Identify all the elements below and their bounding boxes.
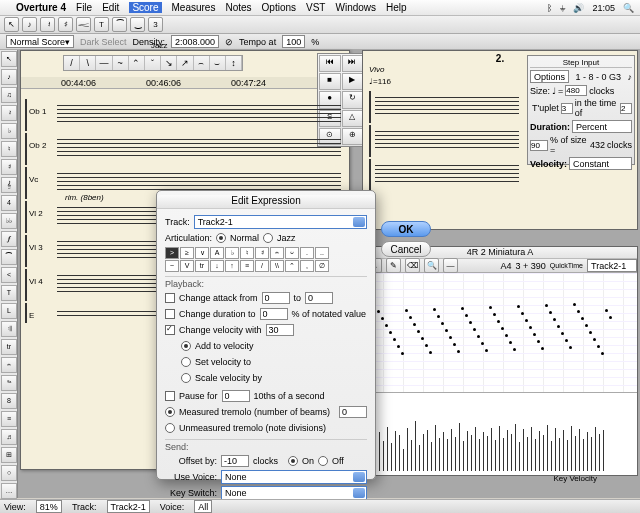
- articulation-cell[interactable]: tr: [195, 260, 209, 272]
- midi-note[interactable]: [565, 339, 568, 342]
- attack-from[interactable]: [262, 292, 290, 304]
- velocity-bar[interactable]: [591, 437, 592, 471]
- articulation-cell[interactable]: \\: [270, 260, 284, 272]
- midi-note[interactable]: [553, 318, 556, 321]
- velocity-bar[interactable]: [499, 426, 500, 471]
- palette-flat[interactable]: ♭: [1, 123, 17, 139]
- art-tool[interactable]: ~: [113, 56, 129, 70]
- duration-check[interactable]: [165, 309, 175, 319]
- midi-note[interactable]: [505, 334, 508, 337]
- artic-normal-radio[interactable]: [216, 233, 226, 243]
- velocity-lane[interactable]: Key Velocity: [363, 393, 637, 473]
- midi-note[interactable]: [377, 310, 380, 313]
- midi-note[interactable]: [541, 347, 544, 350]
- palette-sharp[interactable]: ♯: [1, 159, 17, 175]
- articulation-cell[interactable]: ,: [300, 260, 314, 272]
- velocity-bar[interactable]: [579, 429, 580, 471]
- articulation-cell[interactable]: ♭: [225, 247, 239, 259]
- transport-stop[interactable]: ■: [319, 73, 341, 90]
- velocity-bar[interactable]: [575, 436, 576, 471]
- midi-note[interactable]: [485, 349, 488, 352]
- velocity-bar[interactable]: [543, 435, 544, 471]
- midi-note[interactable]: [461, 307, 464, 310]
- palette-clef[interactable]: 𝄞: [1, 177, 17, 193]
- midi-note[interactable]: [429, 351, 432, 354]
- midi-note[interactable]: [477, 335, 480, 338]
- velocity-bar[interactable]: [527, 437, 528, 471]
- velocity-bar[interactable]: [407, 428, 408, 471]
- score-mode-select[interactable]: Normal Score ▾: [6, 35, 74, 48]
- midi-tool-erase[interactable]: ⌫: [405, 258, 420, 273]
- articulation-cell[interactable]: ♯: [255, 247, 269, 259]
- art-tool[interactable]: \: [80, 56, 96, 70]
- palette-ornament[interactable]: tr: [1, 339, 17, 355]
- velocity-bar[interactable]: [547, 425, 548, 471]
- midi-note[interactable]: [389, 331, 392, 334]
- midi-note[interactable]: [481, 342, 484, 345]
- articulation-cell[interactable]: V: [180, 260, 194, 272]
- velocity-bar[interactable]: [403, 449, 404, 471]
- midi-note[interactable]: [513, 348, 516, 351]
- midi-note[interactable]: [533, 333, 536, 336]
- velocity-bar[interactable]: [391, 443, 392, 471]
- palette-misc[interactable]: …: [1, 483, 17, 499]
- midi-note[interactable]: [537, 340, 540, 343]
- midi-note[interactable]: [589, 331, 592, 334]
- palette-dynamic[interactable]: 𝆑: [1, 231, 17, 247]
- palette-hairpin[interactable]: <: [1, 267, 17, 283]
- volume-icon[interactable]: 🔊: [573, 3, 584, 13]
- velocity-bar[interactable]: [491, 428, 492, 471]
- velocity-bar[interactable]: [503, 438, 504, 471]
- vel-scale-radio[interactable]: [181, 373, 191, 383]
- velocity-bar[interactable]: [379, 432, 380, 471]
- velocity-bar[interactable]: [383, 441, 384, 471]
- trem-val[interactable]: [339, 406, 367, 418]
- vel-add-radio[interactable]: [181, 341, 191, 351]
- tool-tie[interactable]: ‿: [130, 17, 145, 32]
- articulation-cell[interactable]: ..: [315, 247, 329, 259]
- menu-measures[interactable]: Measures: [172, 2, 216, 13]
- midi-note[interactable]: [409, 316, 412, 319]
- tuplet-b[interactable]: [620, 103, 632, 114]
- velocity-bar[interactable]: [571, 426, 572, 471]
- velocity-bar[interactable]: [475, 427, 476, 471]
- velocity-bar[interactable]: [467, 431, 468, 471]
- pause-check[interactable]: [165, 391, 175, 401]
- tool-slur[interactable]: ⁀: [112, 17, 127, 32]
- articulation-cell[interactable]: ⌃: [285, 260, 299, 272]
- articulation-cell[interactable]: >: [165, 247, 179, 259]
- midi-note[interactable]: [489, 306, 492, 309]
- midi-note[interactable]: [593, 338, 596, 341]
- tempo-value[interactable]: 100: [282, 35, 305, 48]
- art-tool[interactable]: /: [64, 56, 80, 70]
- midi-note[interactable]: [425, 344, 428, 347]
- palette-chord[interactable]: ♫: [1, 87, 17, 103]
- midi-note[interactable]: [501, 327, 504, 330]
- art-tool[interactable]: ⌢: [194, 56, 210, 70]
- midi-note[interactable]: [381, 317, 384, 320]
- pause-val[interactable]: [222, 390, 250, 402]
- size-input[interactable]: [565, 85, 587, 96]
- palette-pedal[interactable]: 𝆮: [1, 375, 17, 391]
- piano-roll[interactable]: [363, 273, 637, 393]
- velocity-bar[interactable]: [567, 440, 568, 471]
- palette-slur[interactable]: ⁀: [1, 249, 17, 265]
- midi-note[interactable]: [457, 350, 460, 353]
- articulation-cell[interactable]: 𝄐: [270, 247, 284, 259]
- articulation-cell[interactable]: ∅: [315, 260, 329, 272]
- palette-key[interactable]: ♭♭: [1, 213, 17, 229]
- midi-note[interactable]: [401, 352, 404, 355]
- palette-tab[interactable]: ⊞: [1, 447, 17, 463]
- velocity-bar[interactable]: [523, 429, 524, 471]
- midi-note[interactable]: [437, 315, 440, 318]
- velocity-bar[interactable]: [599, 434, 600, 471]
- velocity-bar[interactable]: [395, 431, 396, 471]
- articulation-cell[interactable]: ♮: [240, 247, 254, 259]
- velocity-bar[interactable]: [595, 427, 596, 471]
- transport-rewind[interactable]: ⏮: [319, 55, 341, 72]
- midi-note[interactable]: [597, 345, 600, 348]
- velocity-bar[interactable]: [515, 424, 516, 471]
- duration-mode[interactable]: Percent: [572, 120, 632, 133]
- articulation-cell[interactable]: A: [210, 247, 224, 259]
- offset-val[interactable]: [221, 455, 249, 467]
